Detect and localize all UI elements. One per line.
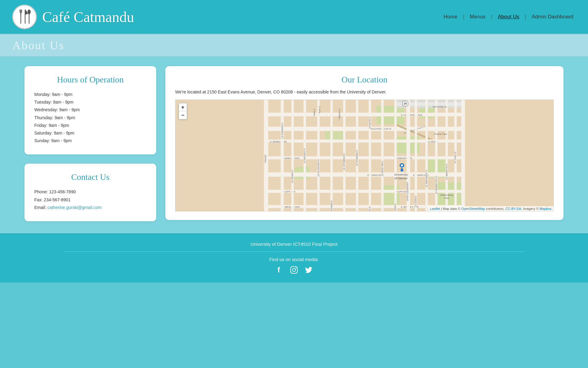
hours-title: Hours of Operation bbox=[34, 75, 146, 85]
contributors-text: contributors, bbox=[485, 207, 506, 211]
hours-thursday: Thursday: 9am - 9pm bbox=[34, 115, 75, 120]
nav-sep-1: | bbox=[463, 14, 464, 20]
osm-link[interactable]: OpenStreetMap bbox=[461, 207, 485, 211]
hours-tuesday: Tuesday: 9am - 9pm bbox=[34, 100, 74, 104]
contact-card: Contact Us Phone: 123-456-7890 Fax: 234-… bbox=[24, 164, 156, 221]
main-nav: Home | Menus | About Us | Admin Dashboar… bbox=[441, 13, 576, 21]
svg-rect-58 bbox=[394, 100, 397, 211]
hours-card: Hours of Operation Monday: 9am - 9pm Tue… bbox=[24, 66, 156, 154]
svg-point-6 bbox=[28, 9, 31, 14]
map-attribution: Leaflet | Map data © OpenStreetMap contr… bbox=[428, 206, 553, 211]
hours-wednesday: Wednesday: 9am - 9pm bbox=[34, 107, 80, 112]
svg-text:E WESLEY AVE: E WESLEY AVE bbox=[282, 206, 300, 208]
hours-monday: Monday: 9am - 9pm bbox=[34, 92, 73, 97]
svg-rect-72 bbox=[461, 100, 464, 211]
zoom-in-button[interactable]: + bbox=[179, 103, 187, 111]
leaflet-link[interactable]: Leaflet bbox=[430, 207, 440, 211]
nav-about[interactable]: About Us bbox=[496, 13, 522, 21]
svg-text:S FRANKLIN ST: S FRANKLIN ST bbox=[356, 150, 358, 166]
svg-text:S HUMBOLDT ST: S HUMBOLDT ST bbox=[343, 153, 345, 171]
svg-text:ST PAUL ST: ST PAUL ST bbox=[454, 152, 456, 164]
facebook-icon[interactable]: f bbox=[275, 266, 284, 276]
utensils-icon bbox=[18, 9, 31, 25]
contact-phone: Phone: 123-456-7890 bbox=[34, 189, 76, 194]
svg-text:S OGDEN ST: S OGDEN ST bbox=[291, 170, 293, 184]
subheader: About Us bbox=[0, 34, 588, 57]
svg-rect-91 bbox=[291, 267, 297, 273]
svg-text:E JEWELL AVE: E JEWELL AVE bbox=[270, 140, 287, 143]
svg-text:S GILPIN ST: S GILPIN ST bbox=[369, 117, 371, 129]
svg-text:S RACE ST: S RACE ST bbox=[415, 196, 417, 207]
nav-sep-3: | bbox=[525, 14, 526, 20]
nav-menus[interactable]: Menus bbox=[467, 13, 488, 21]
svg-rect-62 bbox=[415, 100, 417, 211]
svg-text:S LAFAYETTE ST: S LAFAYETTE ST bbox=[317, 159, 319, 177]
svg-text:S WILLIAMS ST: S WILLIAMS ST bbox=[381, 161, 383, 176]
zoom-out-button[interactable]: − bbox=[179, 111, 187, 119]
contact-fax: Fax: 234-567-8901 bbox=[34, 197, 70, 202]
contact-email-link[interactable]: catherine.gurski@gmail.com bbox=[47, 205, 102, 210]
contact-details: Phone: 123-456-7890 Fax: 234-567-8901 Em… bbox=[34, 188, 146, 211]
footer-project-text: University of Denver ICT4510 Final Proje… bbox=[6, 241, 582, 247]
map-container: E COLORADO AVE BUCHTEL BLVD N Historic B… bbox=[175, 100, 554, 211]
contact-email-label: Email: bbox=[34, 205, 47, 210]
svg-rect-30 bbox=[264, 173, 465, 177]
svg-rect-39 bbox=[281, 100, 284, 211]
svg-text:BUCHTEL E...: BUCHTEL E... bbox=[433, 105, 448, 108]
contact-title: Contact Us bbox=[34, 172, 146, 182]
svg-text:S MARION ST: S MARION ST bbox=[330, 200, 333, 211]
svg-text:E COLORADO AVE: E COLORADO AVE bbox=[401, 114, 422, 116]
svg-rect-56 bbox=[381, 100, 384, 211]
svg-rect-18 bbox=[264, 113, 465, 116]
svg-text:DRONA...: DRONA... bbox=[264, 155, 266, 164]
svg-text:S LAFA...: S LAFA... bbox=[318, 106, 321, 115]
svg-rect-7 bbox=[264, 100, 465, 211]
svg-rect-20 bbox=[264, 127, 465, 131]
nav-admin[interactable]: Admin Dashboard bbox=[529, 13, 576, 21]
page-footer: University of Denver ICT4510 Final Proje… bbox=[0, 233, 588, 283]
nav-home[interactable]: Home bbox=[441, 13, 460, 21]
right-column: Our Location We're located at 2150 East … bbox=[165, 66, 564, 220]
main-content: Hours of Operation Monday: 9am - 9pm Tue… bbox=[0, 57, 588, 233]
twitter-icon[interactable] bbox=[304, 266, 313, 276]
svg-text:E ILIFF AVE: E ILIFF AVE bbox=[395, 190, 408, 193]
svg-text:BUCHTEL BLVD N: BUCHTEL BLVD N bbox=[371, 127, 391, 130]
svg-rect-14 bbox=[383, 185, 400, 208]
location-title: Our Location bbox=[175, 75, 554, 85]
nav-sep-2: | bbox=[491, 14, 492, 20]
svg-point-93 bbox=[296, 267, 296, 268]
svg-text:S JOSEPHINE ST: S JOSEPHINE ST bbox=[425, 170, 428, 188]
svg-point-92 bbox=[292, 268, 296, 271]
svg-text:E ASBURY AVE: E ASBURY AVE bbox=[282, 157, 299, 160]
svg-text:UNIVERSITY BLVD: UNIVERSITY BLVD bbox=[406, 182, 409, 201]
svg-text:S FILLMORE ST: S FILLMORE ST bbox=[446, 164, 448, 180]
instagram-icon[interactable] bbox=[290, 266, 298, 276]
subheader-title: About Us bbox=[12, 39, 576, 52]
svg-text:f: f bbox=[277, 266, 280, 274]
svg-text:S DOWNING ST: S DOWNING ST bbox=[281, 123, 283, 139]
svg-text:S GILPIN ST: S GILPIN ST bbox=[369, 207, 371, 211]
location-description: We're located at 2150 East Evans Avenue,… bbox=[175, 89, 554, 95]
hours-saturday: Saturday: 9am - 9pm bbox=[34, 131, 74, 135]
svg-rect-66 bbox=[435, 100, 438, 211]
svg-text:Observatory: Observatory bbox=[440, 194, 453, 196]
mapbox-link[interactable]: Mapbox bbox=[540, 207, 552, 211]
ccbysa-link[interactable]: CC-BY-SA bbox=[505, 207, 521, 211]
map-controls: + − bbox=[179, 103, 187, 120]
svg-text:of Denver: of Denver bbox=[394, 176, 408, 180]
footer-social-label: Find us on social media: bbox=[6, 257, 582, 262]
svg-rect-43 bbox=[291, 100, 294, 211]
map-svg: E COLORADO AVE BUCHTEL BLVD N Historic B… bbox=[175, 100, 553, 211]
map-data-text: | Map data © bbox=[440, 207, 461, 211]
svg-text:S MAR...: S MAR... bbox=[313, 109, 315, 118]
svg-rect-64 bbox=[425, 100, 428, 211]
svg-rect-73 bbox=[463, 100, 465, 211]
svg-text:S HUMBO...: S HUMBO... bbox=[338, 109, 341, 121]
left-column: Hours of Operation Monday: 9am - 9pm Tue… bbox=[24, 66, 156, 221]
svg-text:S COLUMBINE ST: S COLUMBINE ST bbox=[435, 176, 437, 194]
svg-text:Park: Park bbox=[444, 197, 449, 199]
svg-point-88 bbox=[401, 164, 403, 166]
hours-list: Monday: 9am - 9pm Tuesday: 9am - 9pm Wed… bbox=[34, 91, 146, 145]
svg-rect-45 bbox=[317, 100, 320, 211]
imagery-text: , Imagery © bbox=[521, 207, 540, 211]
